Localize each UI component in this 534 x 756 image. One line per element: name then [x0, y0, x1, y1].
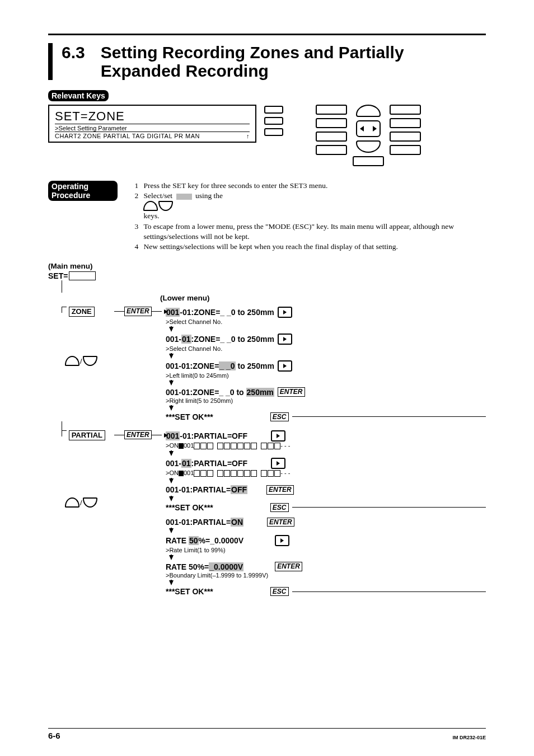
down-key-icon[interactable] [83, 356, 97, 366]
rate-step-2-sub: >Boundary Limit(–1.9999 to 1.9999V) [166, 572, 486, 579]
operating-procedure-label: Operating Procedure [48, 181, 118, 201]
zone-section: ZONE ENTER / 001-01:ZONE=_ _0 to 250mm >… [48, 307, 486, 421]
right-key-icon[interactable] [278, 307, 292, 318]
esc-key[interactable]: ESC [270, 587, 289, 596]
key-generic-5[interactable] [353, 156, 384, 166]
zone-step-2: 001-01:ZONE=_ _0 to 250mm [166, 334, 486, 345]
partial-ok-2: ***SET OK*** ESC [166, 587, 486, 596]
partial-step-1-sub: >ON001 - - - [166, 442, 486, 449]
rate-step-2: RATE 50%=_0.0000V ENTER [166, 562, 486, 571]
right-key-icon[interactable] [278, 334, 292, 345]
down-arrow-icon [169, 555, 174, 560]
key-generic-3[interactable] [316, 132, 347, 142]
procedure-step-4: New settings/selections will be kept whe… [143, 242, 397, 252]
lcd-line-3: CHART2 ZONE PARTIAL TAG DIGITAL PR MAN [55, 133, 200, 139]
zone-step-1: 001-01:ZONE=_ _0 to 250mm [166, 307, 486, 318]
up-key-icon[interactable] [65, 497, 79, 508]
procedure-step-3: To escape from a lower menu, press the "… [143, 222, 486, 242]
zone-step-3-sub: >Left limit(0 to 245mm) [166, 372, 486, 379]
partial-step-2: 001-01:PARTIAL=OFF [166, 458, 486, 469]
grey-placeholder-icon [176, 194, 192, 200]
down-arrow-icon [169, 528, 174, 533]
procedure-step-1: Press the SET key for three seconds to e… [143, 181, 327, 191]
enter-key[interactable]: ENTER [267, 518, 294, 527]
softkey-3[interactable] [264, 128, 283, 136]
key-generic-2[interactable] [316, 118, 347, 128]
key-generic-7[interactable] [390, 118, 421, 128]
esc-key[interactable]: ESC [270, 503, 289, 512]
main-menu-label: (Main menu) [48, 262, 486, 270]
right-key-icon[interactable] [271, 430, 285, 442]
partial-on-step: 001-01:PARTIAL=ON ENTER [166, 518, 486, 527]
rate-step-1: RATE 50%=_0.0000V [166, 535, 486, 546]
zone-step-4: 001-01:ZONE=_ _0 to 250mm ENTER [166, 387, 486, 396]
rate-step-1-sub: >Rate Limit(1 to 99%) [166, 547, 486, 553]
lcd-panel: SET=ZONE >Select Setting Parameter CHART… [48, 105, 256, 143]
set-equals-label: SET= [48, 271, 68, 280]
key-generic-4[interactable] [316, 145, 347, 155]
partial-section: PARTIAL ENTER / 001-01:PARTIAL=OFF [48, 430, 486, 596]
heading-title: Setting Recording Zones and Partially Ex… [101, 43, 486, 80]
relevant-keys-label: Relevant Keys [48, 90, 109, 101]
partial-ok-1: ***SET OK*** ESC [166, 503, 486, 512]
down-key-icon [158, 201, 173, 211]
zone-step-2-sub: >Select Channel No. [166, 345, 486, 352]
down-arrow-icon [169, 354, 174, 359]
lcd-line-2: >Select Setting Parameter [55, 124, 250, 132]
partial-label: PARTIAL [69, 430, 105, 440]
key-down-icon[interactable] [356, 140, 381, 153]
procedure-step-2: Select/set using the keys. [143, 191, 223, 221]
operating-procedure-list: 1Press the SET key for three seconds to … [134, 181, 486, 252]
down-arrow-icon [169, 478, 174, 483]
zone-ok: ***SET OK*** ESC [166, 412, 486, 421]
set-value-slot [69, 271, 96, 280]
softkey-cluster [264, 105, 283, 136]
key-generic-9[interactable] [390, 145, 421, 155]
down-key-icon[interactable] [83, 497, 97, 508]
partial-step-3: 001-01:PARTIAL=OFF ENTER [166, 485, 486, 494]
key-up-icon[interactable] [356, 105, 381, 117]
enter-key-partial[interactable]: ENTER [124, 430, 152, 439]
down-arrow-icon [169, 496, 174, 501]
zone-step-1-sub: >Select Channel No. [166, 318, 486, 325]
heading-number: 6.3 [62, 43, 85, 62]
softkey-1[interactable] [264, 106, 283, 114]
key-left-right-icon[interactable] [356, 120, 381, 137]
up-key-icon[interactable] [65, 356, 79, 366]
section-heading: 6.3 Setting Recording Zones and Partiall… [48, 43, 486, 80]
key-generic-1[interactable] [316, 105, 347, 115]
right-key-icon[interactable] [275, 535, 289, 546]
right-key-icon[interactable] [271, 458, 285, 469]
lower-menu-label: (Lower menu) [160, 294, 210, 302]
lcd-line-1: SET=ZONE [55, 109, 250, 124]
down-arrow-icon [169, 406, 174, 411]
enter-key[interactable]: ENTER [266, 485, 294, 494]
keypad-cluster [316, 105, 421, 166]
zone-label: ZONE [69, 307, 95, 317]
lcd-up-arrow-icon: ↑ [246, 133, 250, 139]
partial-step-1: 001-01:PARTIAL=OFF [166, 430, 486, 442]
down-arrow-icon [169, 451, 174, 456]
right-key-icon[interactable] [278, 360, 292, 372]
up-key-icon [143, 201, 158, 211]
enter-key[interactable]: ENTER [278, 387, 305, 396]
zone-step-3: 001-01:ZONE=_ _0 to 250mm [166, 360, 486, 372]
key-generic-8[interactable] [390, 132, 421, 142]
enter-key-zone[interactable]: ENTER [124, 307, 152, 316]
esc-key[interactable]: ESC [270, 412, 289, 421]
key-generic-6[interactable] [390, 105, 421, 115]
down-arrow-icon [169, 327, 174, 332]
down-arrow-icon [169, 580, 174, 585]
zone-step-4-sub: >Right limit(5 to 250mm) [166, 397, 486, 404]
enter-key[interactable]: ENTER [275, 562, 302, 571]
partial-step-2-sub: >ON001 - - - [166, 469, 486, 477]
down-arrow-icon [169, 381, 174, 386]
softkey-2[interactable] [264, 117, 283, 125]
